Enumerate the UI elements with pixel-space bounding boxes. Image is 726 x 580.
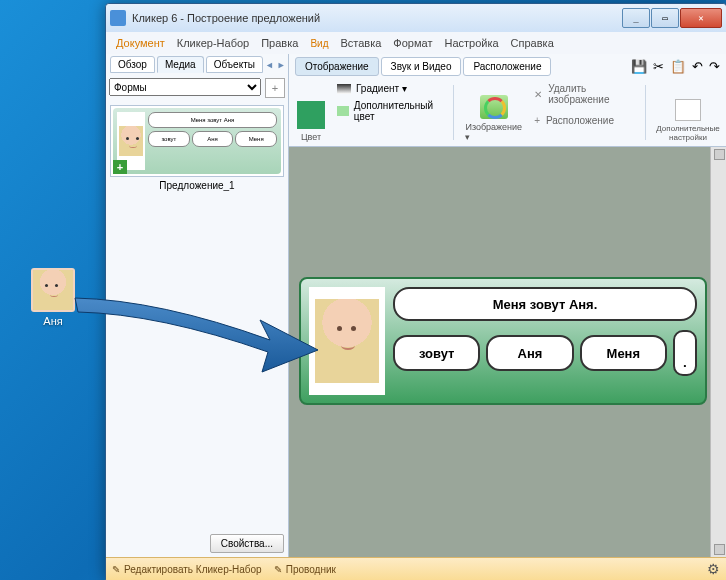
group-extra[interactable]: Дополнительные настройки	[658, 83, 718, 142]
add-form-button[interactable]: +	[265, 78, 285, 98]
forms-select[interactable]: Формы	[109, 78, 261, 96]
sentence-display[interactable]: Меня зовут Аня.	[393, 287, 697, 321]
position-link[interactable]: +Расположение	[534, 115, 633, 126]
image-actions: ✕Удалить изображение +Расположение	[534, 83, 633, 142]
save-icon[interactable]: 💾	[631, 59, 647, 74]
menu-document[interactable]: Документ	[116, 37, 165, 49]
tab-media[interactable]: Медиа	[157, 56, 204, 73]
group-image[interactable]: Изображение ▾	[465, 83, 522, 142]
thumbnail-name: Предложение_1	[110, 177, 284, 194]
menubar: Документ Кликер-Набор Правка Вид Вставка…	[106, 32, 726, 54]
properties-button[interactable]: Свойства...	[210, 534, 284, 553]
status-bar: ✎Редактировать Кликер-Набор ✎Проводник ⚙	[106, 557, 726, 580]
thumb-sentence: Меня зовут Аня	[148, 112, 277, 128]
close-button[interactable]: ✕	[680, 8, 722, 28]
thumbnail-item[interactable]: Меня зовут Аня зовут Аня Меня +	[110, 105, 284, 177]
addcolor-option[interactable]: Дополнительный цвет	[337, 100, 441, 122]
word-button-1[interactable]: зовут	[393, 335, 480, 371]
vertical-scrollbar[interactable]	[710, 147, 726, 557]
desktop-icon-label: Аня	[28, 315, 78, 327]
edit-set-button[interactable]: ✎Редактировать Кликер-Набор	[112, 564, 262, 575]
group-color: Цвет	[297, 83, 325, 142]
desktop-icon-anya[interactable]: Аня	[28, 268, 78, 327]
menu-settings[interactable]: Настройка	[444, 37, 498, 49]
menu-insert[interactable]: Вставка	[340, 37, 381, 49]
app-window: Кликер 6 - Построение предложений _ ▭ ✕ …	[105, 3, 726, 580]
avatar	[31, 268, 75, 312]
window-title: Кликер 6 - Построение предложений	[132, 12, 622, 24]
tab-objects[interactable]: Объекты	[206, 56, 263, 73]
left-panel: Обзор Медиа Объекты ◄ ► ▤ Формы +	[106, 54, 289, 557]
tooltab-position[interactable]: Расположение	[463, 57, 551, 76]
maximize-button[interactable]: ▭	[651, 8, 679, 28]
word-button-3[interactable]: Меня	[580, 335, 667, 371]
word-button-2[interactable]: Аня	[486, 335, 573, 371]
gradient-option[interactable]: Градиент ▾	[337, 83, 441, 94]
menu-help[interactable]: Справка	[511, 37, 554, 49]
menu-view[interactable]: Вид	[310, 38, 328, 49]
paste-icon[interactable]: 📋	[670, 59, 686, 74]
gear-icon[interactable]: ⚙	[707, 561, 720, 577]
canvas[interactable]: Меня зовут Аня. зовут Аня Меня •	[289, 147, 710, 557]
explorer-button[interactable]: ✎Проводник	[274, 564, 336, 575]
speaker-button[interactable]: •	[673, 330, 697, 376]
tooltab-sound[interactable]: Звук и Видео	[381, 57, 462, 76]
cut-icon[interactable]: ✂	[653, 59, 664, 74]
image-icon	[480, 95, 508, 119]
minimize-button[interactable]: _	[622, 8, 650, 28]
titlebar[interactable]: Кликер 6 - Построение предложений _ ▭ ✕	[106, 4, 726, 32]
add-slide-icon[interactable]: +	[113, 160, 127, 174]
thumbnail-list: Меня зовут Аня зовут Аня Меня + Предложе…	[106, 101, 288, 530]
thumb-cell: зовут	[148, 131, 190, 147]
menu-edit[interactable]: Правка	[261, 37, 298, 49]
sentence-card[interactable]: Меня зовут Аня. зовут Аня Меня •	[299, 277, 707, 405]
tab-overview[interactable]: Обзор	[110, 56, 155, 73]
pencil-icon: ✎	[274, 564, 282, 575]
card-photo[interactable]	[309, 287, 385, 395]
thumb-cell: Аня	[192, 131, 234, 147]
app-icon	[110, 10, 126, 26]
redo-icon[interactable]: ↷	[709, 59, 720, 74]
nav-prev-icon[interactable]: ◄	[265, 60, 274, 70]
ribbon-toolbar: Отображение Звук и Видео Расположение 💾 …	[289, 54, 726, 147]
menu-clicker-set[interactable]: Кликер-Набор	[177, 37, 249, 49]
thumb-cell: Меня	[235, 131, 277, 147]
right-area: Отображение Звук и Видео Расположение 💾 …	[289, 54, 726, 557]
menu-format[interactable]: Формат	[393, 37, 432, 49]
undo-icon[interactable]: ↶	[692, 59, 703, 74]
color-swatch[interactable]	[297, 101, 325, 129]
delete-image-link[interactable]: ✕Удалить изображение	[534, 83, 633, 105]
tooltab-display[interactable]: Отображение	[295, 57, 379, 76]
pencil-icon: ✎	[112, 564, 120, 575]
color-options: Градиент ▾ Дополнительный цвет	[337, 83, 441, 142]
nav-next-icon[interactable]: ►	[277, 60, 286, 70]
